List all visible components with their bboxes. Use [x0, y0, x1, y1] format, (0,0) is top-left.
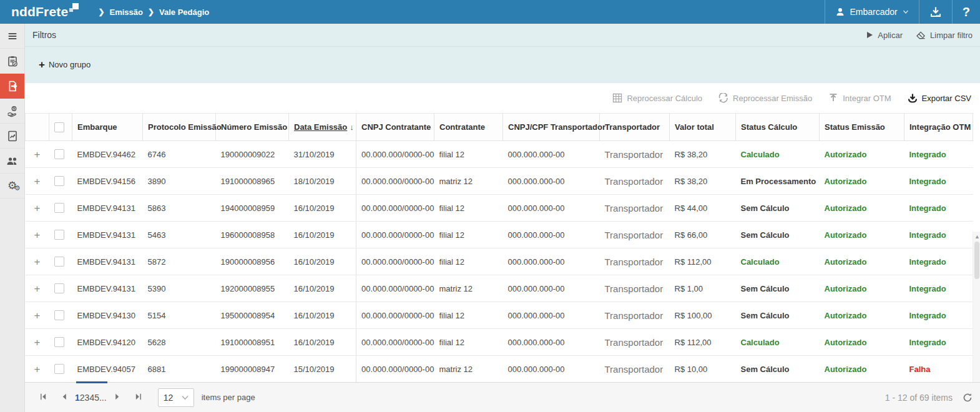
- row-checkbox[interactable]: [54, 337, 64, 347]
- breadcrumb-vale-pedagio[interactable]: Vale Pedágio: [159, 7, 209, 17]
- new-group-button[interactable]: + Novo grupo: [39, 60, 91, 69]
- expand-row-button[interactable]: +: [31, 364, 44, 375]
- cell-numero: 190000008956: [216, 248, 289, 275]
- col-header-transportador[interactable]: Transportador: [600, 114, 670, 141]
- breadcrumb-emissao[interactable]: Emissão: [110, 7, 143, 17]
- col-header-status-calculo[interactable]: Status Cálculo: [736, 114, 820, 141]
- cell-valor-total: R$ 1,00: [670, 275, 736, 302]
- prev-page-button[interactable]: [54, 392, 75, 403]
- col-header-status-emissao[interactable]: Status Emissão: [820, 114, 904, 141]
- page-number-5[interactable]: 5: [94, 393, 99, 403]
- sidebar-item-clipboard-check[interactable]: [0, 49, 24, 74]
- cell-embarque: EMBDEV.94156: [72, 168, 143, 195]
- cell-numero: 191000008951: [216, 329, 289, 356]
- last-page-icon: [134, 393, 142, 401]
- report-icon: [6, 130, 19, 142]
- sidebar-item-reports[interactable]: [0, 124, 24, 149]
- app-logo[interactable]: nddFrete: [0, 2, 88, 21]
- cell-embarque: EMBDEV.94130: [72, 302, 143, 329]
- col-header-cnpj-transportador[interactable]: CNPJ/CPF Transportador: [503, 114, 600, 141]
- user-menu[interactable]: Embarcador: [825, 0, 919, 24]
- col-header-cnpj-contratante[interactable]: CNPJ Contratante: [356, 114, 434, 141]
- cell-transportador: Transportador: [600, 302, 670, 329]
- cell-integracao-otm: Integrado: [904, 302, 973, 329]
- cell-integracao-otm: Integrado: [904, 248, 973, 275]
- cell-expand: +: [26, 222, 49, 248]
- cell-status-calculo: Calculado: [736, 141, 820, 168]
- export-csv-button[interactable]: Exportar CSV: [908, 93, 971, 103]
- sidebar-item-payment[interactable]: [0, 99, 24, 124]
- row-checkbox[interactable]: [54, 257, 64, 267]
- row-checkbox[interactable]: [54, 364, 64, 374]
- page-number-2[interactable]: 2: [80, 393, 85, 403]
- cell-contratante: filial 12: [434, 302, 503, 329]
- expand-row-button[interactable]: +: [31, 230, 44, 240]
- table-row: +EMBDEV.94120562819100000895116/10/20190…: [26, 329, 973, 356]
- row-checkbox[interactable]: [54, 283, 64, 293]
- first-page-button[interactable]: [32, 392, 54, 403]
- cell-expand: +: [26, 141, 49, 168]
- col-header-embarque[interactable]: Embarque: [72, 114, 143, 141]
- sidebar-item-settings[interactable]: ⚙⚙: [0, 174, 24, 199]
- cell-checkbox: [49, 329, 72, 356]
- row-checkbox[interactable]: [54, 176, 64, 186]
- table-row: +EMBDEV.94131539019200000895516/10/20190…: [26, 275, 973, 302]
- filters-title: Filtros: [32, 30, 56, 40]
- col-header-integracao-otm[interactable]: Integração OTM: [904, 114, 973, 141]
- last-page-button[interactable]: [128, 392, 149, 403]
- col-header-contratante[interactable]: Contratante: [434, 114, 503, 141]
- prev-page-icon: [61, 393, 69, 401]
- select-all-checkbox[interactable]: [54, 122, 64, 132]
- cell-status-calculo: Calculado: [736, 248, 820, 275]
- reprocess-calc-button[interactable]: Reprocessar Cálculo: [612, 93, 702, 103]
- integrate-otm-button[interactable]: Integrar OTM: [828, 93, 891, 103]
- col-header-valor-total[interactable]: Valor total: [670, 114, 736, 141]
- cell-data-emissao: 16/10/2019: [289, 302, 356, 329]
- cell-status-calculo: Sem Cálculo: [736, 302, 820, 329]
- row-checkbox[interactable]: [54, 203, 64, 213]
- items-per-page-label: items per page: [202, 393, 255, 402]
- reprocess-emission-button[interactable]: Reprocessar Emissão: [718, 93, 812, 103]
- col-header-protocolo[interactable]: Protocolo Emissão: [143, 114, 216, 141]
- expand-row-button[interactable]: +: [31, 203, 44, 213]
- col-header-data-emissao[interactable]: Data Emissão↓: [289, 114, 356, 141]
- cell-cnpj-transportador: 000.000.000-00: [503, 141, 600, 168]
- row-checkbox[interactable]: [54, 230, 64, 240]
- grid-toolbar: Reprocessar Cálculo Reprocessar Emissão …: [25, 83, 980, 113]
- next-page-button[interactable]: [107, 392, 128, 403]
- page-number-1[interactable]: 1: [75, 393, 80, 403]
- refresh-grid-button[interactable]: [963, 393, 973, 403]
- sidebar-item-menu[interactable]: [0, 24, 24, 49]
- sidebar-item-emission[interactable]: [0, 74, 24, 99]
- help-button[interactable]: ?: [952, 0, 980, 24]
- download-button[interactable]: [919, 0, 952, 24]
- sidebar-item-users[interactable]: [0, 149, 24, 174]
- cell-transportador: Transportador: [600, 168, 670, 195]
- cell-expand: +: [26, 195, 49, 222]
- page-ellipsis[interactable]: ...: [99, 393, 107, 403]
- row-checkbox[interactable]: [54, 310, 64, 320]
- scroll-up-icon[interactable]: ▲: [974, 234, 979, 239]
- expand-row-button[interactable]: +: [31, 149, 44, 160]
- cell-contratante: filial 12: [434, 248, 503, 275]
- cell-contratante: filial 12: [434, 222, 503, 248]
- cell-expand: +: [26, 356, 49, 383]
- grid-calc-icon: [612, 93, 622, 103]
- clear-filter-button[interactable]: Limpar filtro: [916, 31, 973, 40]
- expand-row-button[interactable]: +: [31, 257, 44, 267]
- cell-data-emissao: 16/10/2019: [289, 329, 356, 356]
- col-header-numero[interactable]: Número Emissão: [216, 114, 289, 141]
- cell-cnpj-transportador: 000.000.000-00: [503, 275, 600, 302]
- expand-row-button[interactable]: +: [31, 176, 44, 187]
- sort-desc-icon: ↓: [350, 122, 354, 132]
- expand-row-button[interactable]: +: [31, 283, 44, 294]
- scrollbar-thumb[interactable]: [974, 242, 979, 279]
- cell-data-emissao: 16/10/2019: [289, 195, 356, 222]
- cell-numero: 191000008965: [216, 168, 289, 195]
- apply-filter-button[interactable]: Aplicar: [866, 31, 903, 40]
- expand-row-button[interactable]: +: [31, 337, 44, 348]
- cell-data-emissao: 16/10/2019: [289, 248, 356, 275]
- row-checkbox[interactable]: [54, 149, 64, 159]
- page-size-dropdown[interactable]: 12: [158, 388, 194, 407]
- expand-row-button[interactable]: +: [31, 310, 44, 321]
